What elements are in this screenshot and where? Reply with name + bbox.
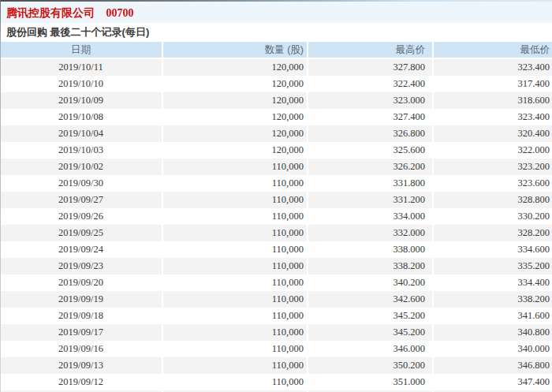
buyback-table-body: 2019/10/11120,000327.800323.4002019/10/1…: [0, 58, 552, 392]
buyback-records-page: 腾讯控股有限公司 00700 股份回购 最後二十个记录(每日) 日期 数量 (股…: [0, 0, 552, 392]
cell-high: 332.000: [308, 225, 433, 241]
cell-high: 338.200: [308, 258, 433, 274]
column-header-high-price: 最高价: [308, 42, 433, 58]
cell-high: 340.200: [308, 274, 433, 291]
cell-high: 346.000: [308, 341, 433, 357]
company-name: 腾讯控股有限公司: [6, 6, 95, 19]
cell-high: 351.000: [308, 374, 433, 390]
cell-high: 342.600: [308, 291, 433, 308]
cell-high: 326.800: [308, 125, 433, 142]
cell-qty: 110,000: [162, 324, 308, 341]
column-header-quantity: 数量 (股): [162, 42, 308, 58]
cell-high: 327.800: [308, 58, 433, 76]
table-row: 2019/09/26110,000334.000330.200: [0, 208, 552, 225]
cell-date: 2019/09/13: [0, 357, 162, 374]
cell-low: 320.400: [433, 125, 552, 142]
table-row: 2019/10/03120,000325.600322.000: [0, 142, 552, 159]
cell-date: 2019/09/20: [0, 274, 162, 291]
title-bar: 腾讯控股有限公司 00700: [0, 2, 552, 23]
table-row: 2019/09/24110,000338.000334.600: [0, 241, 552, 258]
cell-qty: 110,000: [162, 374, 308, 390]
cell-high: 350.200: [308, 357, 433, 374]
cell-qty: 110,000: [162, 175, 308, 192]
cell-qty: 120,000: [162, 142, 308, 159]
cell-qty: 110,000: [162, 274, 308, 291]
cell-high: 345.200: [308, 324, 433, 341]
cell-date: 2019/09/18: [0, 308, 162, 324]
window-left-edge: [0, 0, 1, 392]
stock-code: 00700: [106, 7, 133, 19]
buyback-table: 日期 数量 (股) 最高价 最低价 2019/10/11120,000327.8…: [0, 42, 552, 392]
cell-low: 323.200: [433, 159, 552, 175]
cell-date: 2019/10/11: [0, 58, 162, 76]
table-row: 2019/09/23110,000338.200335.200: [0, 258, 552, 274]
column-header-date: 日期: [0, 42, 162, 58]
cell-qty: 120,000: [162, 58, 308, 76]
cell-high: 334.000: [308, 208, 433, 225]
cell-qty: 120,000: [162, 92, 308, 109]
cell-high: 322.400: [308, 76, 433, 92]
cell-high: 323.000: [308, 92, 433, 109]
cell-low: 347.400: [433, 374, 552, 390]
cell-qty: 110,000: [162, 225, 308, 241]
cell-qty: 110,000: [162, 241, 308, 258]
cell-date: 2019/09/26: [0, 208, 162, 225]
cell-high: 345.200: [308, 308, 433, 324]
cell-low: 340.800: [433, 324, 552, 341]
cell-date: 2019/09/25: [0, 225, 162, 241]
table-row: 2019/09/27110,000331.200328.800: [0, 192, 552, 208]
cell-high: 338.000: [308, 241, 433, 258]
cell-date: 2019/10/02: [0, 159, 162, 175]
cell-date: 2019/09/19: [0, 291, 162, 308]
cell-high: 331.200: [308, 192, 433, 208]
cell-low: 323.600: [433, 175, 552, 192]
cell-date: 2019/10/08: [0, 109, 162, 125]
table-row: 2019/09/25110,000332.000328.200: [0, 225, 552, 241]
cell-low: 340.000: [433, 341, 552, 357]
cell-low: 318.600: [433, 92, 552, 109]
cell-date: 2019/09/23: [0, 258, 162, 274]
column-header-low-price: 最低价: [433, 42, 552, 58]
cell-qty: 110,000: [162, 192, 308, 208]
table-row: 2019/09/20110,000340.200334.400: [0, 274, 552, 291]
cell-date: 2019/09/24: [0, 241, 162, 258]
cell-low: 338.200: [433, 291, 552, 308]
cell-low: 317.400: [433, 76, 552, 92]
cell-date: 2019/09/12: [0, 374, 162, 390]
table-row: 2019/10/10120,000322.400317.400: [0, 76, 552, 92]
cell-date: 2019/10/03: [0, 142, 162, 159]
table-row: 2019/10/11120,000327.800323.400: [0, 58, 552, 76]
cell-low: 346.800: [433, 357, 552, 374]
cell-qty: 110,000: [162, 208, 308, 225]
cell-high: 325.600: [308, 142, 433, 159]
table-row: 2019/09/13110,000350.200346.800: [0, 357, 552, 374]
cell-low: 335.200: [433, 258, 552, 274]
table-row: 2019/10/09120,000323.000318.600: [0, 92, 552, 109]
table-row: 2019/09/12110,000351.000347.400: [0, 374, 552, 390]
cell-qty: 110,000: [162, 357, 308, 374]
cell-qty: 120,000: [162, 125, 308, 142]
cell-low: 328.800: [433, 192, 552, 208]
cell-qty: 120,000: [162, 109, 308, 125]
cell-low: 334.600: [433, 241, 552, 258]
cell-qty: 110,000: [162, 159, 308, 175]
cell-high: 327.400: [308, 109, 433, 125]
cell-low: 328.200: [433, 225, 552, 241]
cell-qty: 110,000: [162, 308, 308, 324]
cell-low: 341.600: [433, 308, 552, 324]
cell-date: 2019/09/27: [0, 192, 162, 208]
cell-low: 323.400: [433, 109, 552, 125]
table-row: 2019/09/30110,000331.800323.600: [0, 175, 552, 192]
cell-qty: 110,000: [162, 291, 308, 308]
table-row: 2019/09/17110,000345.200340.800: [0, 324, 552, 341]
cell-date: 2019/10/09: [0, 92, 162, 109]
cell-qty: 120,000: [162, 76, 308, 92]
cell-date: 2019/09/30: [0, 175, 162, 192]
cell-low: 330.200: [433, 208, 552, 225]
cell-qty: 110,000: [162, 258, 308, 274]
table-row: 2019/10/04120,000326.800320.400: [0, 125, 552, 142]
cell-date: 2019/09/16: [0, 341, 162, 357]
table-row: 2019/10/08120,000327.400323.400: [0, 109, 552, 125]
cell-low: 323.400: [433, 58, 552, 76]
table-row: 2019/09/18110,000345.200341.600: [0, 308, 552, 324]
